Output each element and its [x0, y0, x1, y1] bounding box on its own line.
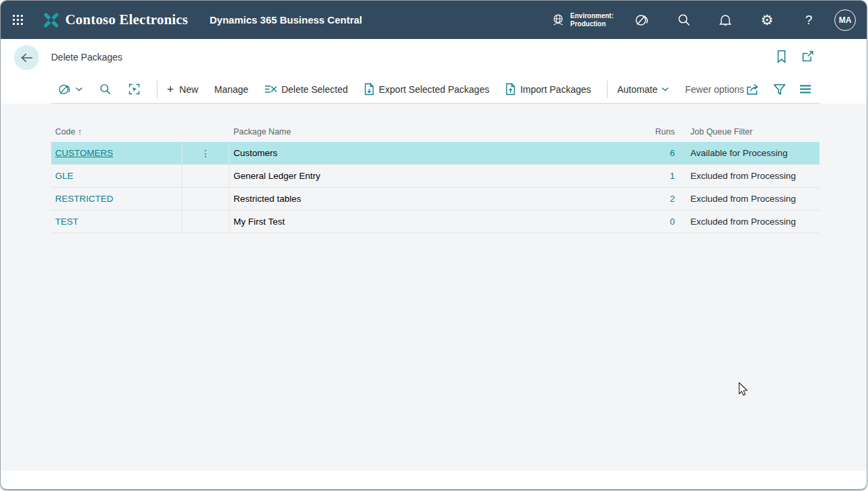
environment-label: Environment: [571, 12, 614, 20]
job-queue-filter-cell: Available for Processing [679, 142, 820, 164]
sort-ascending-icon: ↑ [77, 127, 81, 137]
job-queue-filter-cell: Excluded from Processing [679, 165, 820, 187]
table-header-row: Code ↑ Package Name Runs Job Queue Filte… [51, 122, 820, 142]
row-menu-ellipsis-icon[interactable]: ⋮ [201, 148, 211, 159]
import-packages-button[interactable]: Import Packages [505, 83, 591, 96]
choose-view-list-icon[interactable] [799, 83, 811, 96]
export-document-icon [364, 83, 375, 96]
import-document-icon [505, 83, 516, 96]
app-title[interactable]: Dynamics 365 Business Central [210, 14, 363, 26]
notifications-bell-icon[interactable] [709, 7, 742, 34]
chevron-down-icon [75, 87, 83, 91]
column-header-package-name[interactable]: Package Name [229, 127, 626, 137]
export-selected-packages-button[interactable]: Export Selected Packages [364, 83, 489, 96]
fewer-options-button[interactable]: Fewer options [685, 84, 744, 95]
tenant-logo[interactable]: Contoso Electronics [41, 10, 188, 30]
code-link[interactable]: TEST [55, 217, 79, 227]
package-name-cell: My First Test [229, 211, 626, 233]
code-link[interactable]: CUSTOMERS [55, 148, 113, 158]
top-navigation-bar: Contoso Electronics Dynamics 365 Busines… [1, 1, 867, 39]
logo-text: Contoso Electronics [65, 11, 188, 28]
help-icon[interactable]: ? [793, 7, 825, 34]
toolbar-divider [607, 81, 608, 98]
automate-menu-button[interactable]: Automate [617, 84, 669, 95]
open-in-new-window-icon[interactable] [801, 50, 814, 63]
column-header-job-queue-filter[interactable]: Job Queue Filter [679, 127, 820, 137]
delete-rows-icon [264, 83, 277, 95]
code-link[interactable]: GLE [55, 171, 73, 181]
package-name-cell: Customers [229, 142, 626, 164]
column-header-code[interactable]: Code ↑ [51, 127, 182, 137]
environment-value: Production [571, 20, 614, 28]
job-queue-filter-cell: Excluded from Processing [679, 188, 820, 210]
app-launcher-waffle-icon[interactable] [13, 15, 24, 26]
page-header: Delete Packages [1, 39, 867, 75]
analysis-mode-icon[interactable] [128, 83, 141, 96]
search-list-icon[interactable] [99, 83, 112, 96]
package-name-cell: General Ledger Entry [229, 165, 626, 187]
table-row[interactable]: TEST My First Test 0 Excluded from Proce… [51, 211, 820, 233]
runs-link[interactable]: 1 [670, 171, 675, 181]
mouse-cursor [738, 382, 748, 397]
toolbar-divider [157, 81, 157, 98]
table-row[interactable]: CUSTOMERS ⋮ Customers 6 Available for Pr… [51, 142, 820, 165]
dynamics-365-icon[interactable] [626, 7, 658, 34]
avatar[interactable]: MA [834, 9, 856, 31]
delete-selected-button[interactable]: Delete Selected [264, 83, 348, 95]
share-icon[interactable] [746, 83, 760, 96]
content-canvas: Code ↑ Package Name Runs Job Queue Filte… [1, 104, 867, 471]
filter-icon[interactable] [773, 83, 786, 96]
app-window: Contoso Electronics Dynamics 365 Busines… [0, 0, 867, 490]
packages-table: Code ↑ Package Name Runs Job Queue Filte… [51, 122, 820, 233]
table-row[interactable]: RESTRICTED Restricted tables 2 Excluded … [51, 188, 820, 211]
contoso-logo-icon [41, 10, 61, 30]
column-header-runs[interactable]: Runs [626, 127, 679, 137]
runs-link[interactable]: 0 [670, 217, 675, 227]
back-button[interactable] [14, 45, 39, 70]
job-queue-filter-cell: Excluded from Processing [679, 211, 820, 233]
manage-button[interactable]: Manage [215, 84, 249, 95]
table-row[interactable]: GLE General Ledger Entry 1 Excluded from… [51, 165, 820, 188]
package-name-cell: Restricted tables [229, 188, 626, 210]
runs-link[interactable]: 2 [670, 194, 675, 204]
settings-gear-icon[interactable]: ⚙ [751, 7, 783, 34]
back-arrow-icon [20, 52, 34, 63]
environment-badge[interactable]: Environment: Production [551, 12, 614, 28]
action-toolbar: + New Manage Delete Selected Export Sel [1, 75, 867, 104]
search-icon[interactable] [667, 7, 700, 34]
page-title: Delete Packages [51, 52, 122, 63]
bookmark-icon[interactable] [776, 50, 787, 63]
new-button[interactable]: + New [167, 83, 198, 96]
plus-icon: + [167, 83, 174, 96]
environment-globe-icon [551, 13, 565, 27]
runs-link[interactable]: 6 [670, 148, 675, 158]
chevron-down-icon [661, 87, 669, 91]
code-link[interactable]: RESTRICTED [55, 194, 113, 204]
dynamics-menu-button[interactable] [58, 83, 83, 96]
